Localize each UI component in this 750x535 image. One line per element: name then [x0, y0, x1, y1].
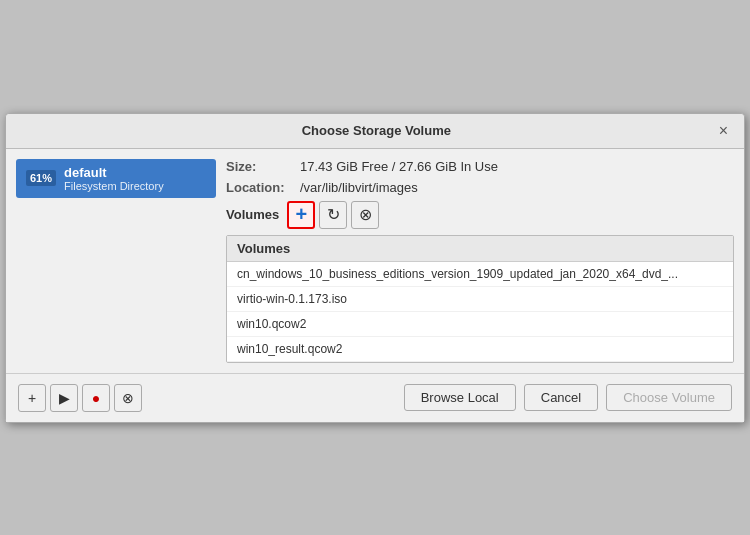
storage-item-name: default [64, 165, 164, 180]
play-icon: ▶ [59, 390, 70, 406]
delete-storage-icon: ⊗ [122, 390, 134, 406]
table-row[interactable]: cn_windows_10_business_editions_version_… [227, 261, 733, 286]
dialog-title: Choose Storage Volume [38, 123, 715, 138]
size-label: Size: [226, 159, 296, 174]
volume-name-cell: virtio-win-0.1.173.iso [227, 286, 733, 311]
stop-storage-button[interactable]: ● [82, 384, 110, 412]
volumes-toolbar: Volumes + ↻ ⊗ [226, 201, 734, 229]
volume-name-cell: win10_result.qcow2 [227, 336, 733, 361]
storage-item-default[interactable]: 61% default Filesystem Directory [16, 159, 216, 198]
delete-volume-button[interactable]: ⊗ [351, 201, 379, 229]
location-value: /var/lib/libvirt/images [300, 180, 418, 195]
storage-item-info: default Filesystem Directory [64, 165, 164, 192]
choose-volume-button[interactable]: Choose Volume [606, 384, 732, 411]
volumes-table: Volumes cn_windows_10_business_editions_… [227, 236, 733, 362]
dialog-body: 61% default Filesystem Directory Size: 1… [6, 149, 744, 373]
storage-percent: 61% [26, 170, 56, 186]
table-row[interactable]: win10_result.qcow2 [227, 336, 733, 361]
right-panel: Size: 17.43 GiB Free / 27.66 GiB In Use … [226, 159, 734, 363]
location-label: Location: [226, 180, 296, 195]
delete-storage-button[interactable]: ⊗ [114, 384, 142, 412]
choose-storage-volume-dialog: Choose Storage Volume × 61% default File… [5, 113, 745, 423]
add-storage-button[interactable]: + [18, 384, 46, 412]
volumes-column-header: Volumes [227, 236, 733, 262]
bottom-toolbar: + ▶ ● ⊗ Browse Local Cancel Choose Volum… [6, 373, 744, 422]
start-storage-button[interactable]: ▶ [50, 384, 78, 412]
storage-item-type: Filesystem Directory [64, 180, 164, 192]
refresh-icon: ↻ [327, 205, 340, 224]
add-storage-icon: + [28, 390, 36, 406]
close-button[interactable]: × [715, 122, 732, 140]
size-value: 17.43 GiB Free / 27.66 GiB In Use [300, 159, 498, 174]
table-header-row: Volumes [227, 236, 733, 262]
stop-icon: ● [92, 390, 100, 406]
left-panel: 61% default Filesystem Directory [16, 159, 216, 363]
title-bar: Choose Storage Volume × [6, 114, 744, 149]
volume-name-cell: cn_windows_10_business_editions_version_… [227, 261, 733, 286]
bottom-left-buttons: + ▶ ● ⊗ [18, 384, 142, 412]
location-row: Location: /var/lib/libvirt/images [226, 180, 734, 195]
size-row: Size: 17.43 GiB Free / 27.66 GiB In Use [226, 159, 734, 174]
browse-local-button[interactable]: Browse Local [404, 384, 516, 411]
delete-icon: ⊗ [359, 205, 372, 224]
add-volume-icon: + [295, 203, 307, 226]
table-row[interactable]: virtio-win-0.1.173.iso [227, 286, 733, 311]
volumes-label: Volumes [226, 207, 279, 222]
refresh-volumes-button[interactable]: ↻ [319, 201, 347, 229]
bottom-right-buttons: Browse Local Cancel Choose Volume [404, 384, 732, 411]
table-row[interactable]: win10.qcow2 [227, 311, 733, 336]
volume-name-cell: win10.qcow2 [227, 311, 733, 336]
volumes-table-container: Volumes cn_windows_10_business_editions_… [226, 235, 734, 363]
cancel-button[interactable]: Cancel [524, 384, 598, 411]
add-volume-button[interactable]: + [287, 201, 315, 229]
